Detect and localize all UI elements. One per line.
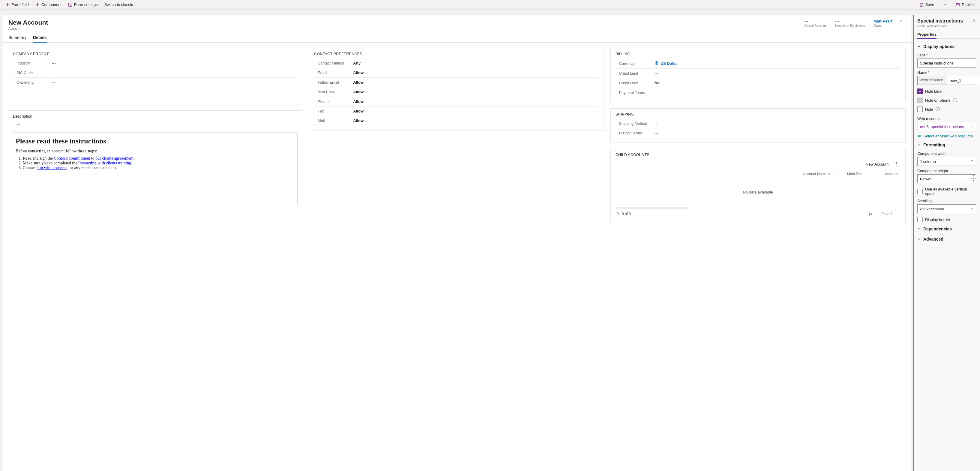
grid-count: 0 - 0 of 0 — [617, 212, 631, 216]
section-description[interactable]: Description --- Please read these instru… — [8, 110, 303, 209]
form-field-button[interactable]: Form field — [2, 1, 32, 8]
field-shipping-method[interactable]: Shipping Method --- — [616, 119, 900, 128]
chevron-up-icon — [917, 143, 921, 147]
field-credit-limit[interactable]: Credit Limit --- — [616, 69, 900, 78]
grid-more-button[interactable] — [893, 161, 900, 168]
jim-accounts-link[interactable]: Jim with accounts — [37, 165, 67, 170]
grid-header: Account Name Main Pho... Address — [616, 170, 900, 178]
field-ownership[interactable]: Ownership --- — [13, 78, 298, 87]
web-resource-more-button[interactable] — [970, 124, 974, 129]
section-child-accounts[interactable]: CHILD ACCOUNTS New Account — [611, 149, 905, 223]
clients-training-link[interactable]: Interacting with clients training — [78, 161, 131, 165]
field-freight-terms[interactable]: Freight Terms --- — [616, 128, 900, 138]
col-account-name[interactable]: Account Name — [618, 172, 847, 176]
header-stats: --- Annual Revenue --- Number of Employe… — [800, 19, 897, 27]
chevron-down-icon — [832, 172, 835, 175]
height-step-up[interactable]: ▲ — [971, 173, 976, 178]
web-resource-name: crfb6_special-instructions — [920, 124, 964, 129]
child-accounts-title: CHILD ACCOUNTS — [616, 153, 900, 157]
web-resource-chip[interactable]: crfb6_special-instructions — [917, 122, 976, 131]
section-contact-preferences[interactable]: CONTACT PREFERENCES Contact Method Any E… — [309, 48, 604, 130]
height-step-down[interactable]: ▼ — [971, 178, 976, 183]
col-main-phone[interactable]: Main Pho... — [847, 172, 877, 176]
switch-classic-button[interactable]: Switch to classic — [102, 1, 136, 8]
panel-collapse-button[interactable] — [972, 18, 976, 24]
field-bulk-email[interactable]: Bulk Email Allow — [314, 87, 599, 97]
save-dropdown-button[interactable] — [941, 2, 949, 8]
grid-first-page[interactable]: |◂ — [869, 212, 872, 216]
section-shipping[interactable]: SHIPPING Shipping Method --- Freight Ter… — [611, 108, 905, 143]
section-formatting[interactable]: Formatting — [917, 141, 976, 148]
chevron-down-icon — [917, 237, 921, 241]
col-address[interactable]: Address — [877, 172, 898, 176]
section-dependencies[interactable]: Dependencies — [917, 225, 976, 232]
field-mail[interactable]: Mail Allow — [314, 116, 599, 126]
chevron-down-icon — [917, 227, 921, 231]
plus-icon — [5, 3, 10, 7]
select-another-web-resource-link[interactable]: Select another web resource — [917, 134, 976, 138]
properties-panel: Special instructions HTML web resource P… — [913, 15, 980, 471]
hide-checkbox[interactable] — [917, 107, 923, 112]
hide-label-checkbox[interactable] — [917, 89, 923, 94]
section-billing[interactable]: BILLING Currency US Dollar Credit Limit … — [611, 48, 905, 102]
field-industry[interactable]: Industry --- — [13, 59, 298, 68]
header-expand-button[interactable] — [897, 19, 905, 23]
component-width-select[interactable] — [917, 157, 976, 166]
stat-employees[interactable]: --- Number of Employees — [830, 19, 869, 27]
field-phone[interactable]: Phone Allow — [314, 97, 599, 107]
command-bar: Form field Component Form settings Switc… — [0, 0, 980, 10]
field-email[interactable]: Email Allow — [314, 68, 599, 78]
field-credit-hold[interactable]: Credit Hold No — [616, 78, 900, 88]
chevron-up-icon — [917, 45, 921, 48]
instructions-step-1: Read and sign the Contoso commitment to … — [23, 156, 295, 161]
use-vertical-space-checkbox[interactable] — [917, 189, 923, 194]
page-title: New Account — [8, 19, 48, 26]
field-fax[interactable]: Fax Allow — [314, 107, 599, 116]
stat-owner[interactable]: Matt Peart Owner — [869, 19, 897, 27]
chevron-down-icon — [943, 3, 947, 7]
save-button[interactable]: Save — [916, 1, 937, 8]
grid-next-page[interactable]: → — [896, 212, 899, 216]
field-sic-code[interactable]: SIC Code --- — [13, 68, 298, 78]
webresource-special-instructions[interactable]: Please read these instructions Before co… — [13, 133, 298, 204]
section-advanced[interactable]: Advanced — [917, 236, 976, 243]
field-payment-terms[interactable]: Payment Terms --- — [616, 88, 900, 97]
form-settings-button[interactable]: Form settings — [65, 1, 101, 8]
component-height-label: Component height — [917, 169, 976, 173]
publish-button[interactable]: Publish — [953, 1, 978, 8]
tab-summary[interactable]: Summary — [8, 33, 26, 42]
instructions-intro: Before contacting an account follow thes… — [16, 149, 295, 154]
tab-details[interactable]: Details — [33, 33, 47, 42]
info-icon[interactable]: i — [935, 107, 940, 111]
field-follow-email[interactable]: Follow Email Allow — [314, 78, 599, 87]
component-height-input[interactable] — [917, 174, 976, 183]
scrolling-select[interactable] — [917, 204, 976, 213]
section-display-options[interactable]: Display options — [917, 43, 976, 50]
section-company-profile[interactable]: COMPANY PROFILE Industry --- SIC Code --… — [8, 48, 303, 104]
company-profile-title: COMPANY PROFILE — [13, 52, 298, 56]
grid-scrollbar[interactable] — [616, 207, 688, 209]
info-icon[interactable]: i — [953, 98, 957, 102]
name-label: Name* — [917, 70, 976, 75]
separator — [939, 2, 939, 8]
svg-point-5 — [896, 164, 897, 164]
instructions-step-3: Contact Jim with accounts for any recent… — [23, 165, 295, 170]
name-input[interactable] — [947, 76, 980, 84]
component-button[interactable]: Component — [32, 1, 65, 8]
tab-properties[interactable]: Properties — [917, 30, 937, 38]
save-icon — [920, 3, 924, 7]
field-contact-method[interactable]: Contact Method Any — [314, 59, 599, 68]
label-input[interactable] — [917, 59, 976, 67]
field-currency[interactable]: Currency US Dollar — [616, 59, 900, 69]
publish-label: Publish — [962, 2, 975, 7]
use-vertical-space-row: Use all available vertical space — [917, 187, 976, 196]
stat-revenue[interactable]: --- Annual Revenue — [800, 19, 830, 27]
new-account-button[interactable]: New Account — [858, 161, 890, 168]
display-border-checkbox[interactable] — [917, 217, 923, 222]
gear-form-icon — [68, 3, 72, 7]
svg-point-9 — [972, 127, 972, 128]
contoso-agreement-link[interactable]: Contoso commitment to our clients agreee… — [54, 156, 134, 161]
display-border-row: Display border — [917, 217, 976, 222]
grid-prev-page[interactable]: ← — [875, 212, 878, 216]
panel-title: Special instructions — [917, 18, 963, 24]
